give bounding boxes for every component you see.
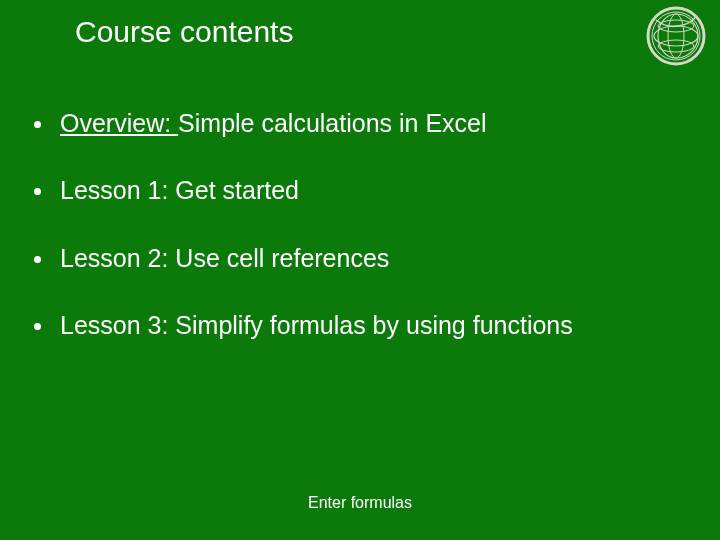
bullet-area: Overview: Simple calculations in Excel L… xyxy=(34,108,674,377)
bullet-list: Overview: Simple calculations in Excel L… xyxy=(34,108,674,341)
bullet-icon xyxy=(34,323,41,330)
list-item: Lesson 3: Simplify formulas by using fun… xyxy=(34,310,674,341)
institute-logo xyxy=(646,6,706,66)
slide: Course contents Overview: Simple calcula… xyxy=(0,0,720,540)
list-item: Overview: Simple calculations in Excel xyxy=(34,108,674,139)
bullet-text: Lesson 3: Simplify formulas by using fun… xyxy=(60,310,573,341)
list-item: Lesson 1: Get started xyxy=(34,175,674,206)
bullet-rest: Simple calculations in Excel xyxy=(178,109,486,137)
bullet-icon xyxy=(34,256,41,263)
slide-footer: Enter formulas xyxy=(0,494,720,512)
bullet-icon xyxy=(34,188,41,195)
svg-point-5 xyxy=(668,14,684,58)
bullet-icon xyxy=(34,121,41,128)
list-item: Lesson 2: Use cell references xyxy=(34,243,674,274)
bullet-text: Lesson 2: Use cell references xyxy=(60,243,389,274)
overview-link[interactable]: Overview: xyxy=(60,109,178,137)
slide-title: Course contents xyxy=(75,15,293,49)
bullet-text: Overview: Simple calculations in Excel xyxy=(60,108,487,139)
bullet-text: Lesson 1: Get started xyxy=(60,175,299,206)
